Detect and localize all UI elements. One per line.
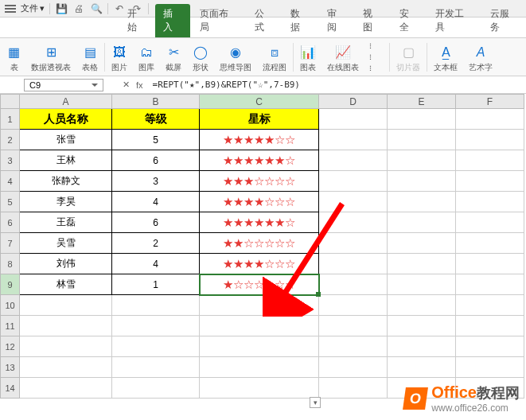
cell[interactable] <box>200 316 319 336</box>
col-head-a[interactable]: A <box>20 95 112 109</box>
cell[interactable] <box>200 295 319 316</box>
row-head-13[interactable]: 13 <box>1 357 20 378</box>
name-box[interactable]: C9 <box>24 79 103 91</box>
col-head-f[interactable]: F <box>456 95 524 109</box>
cell[interactable] <box>112 378 200 399</box>
file-menu[interactable]: 文件 ▾ <box>21 2 45 14</box>
cell[interactable] <box>456 254 524 274</box>
ribbon-picture[interactable]: 🖼图片 <box>107 40 132 75</box>
cell[interactable]: 4 <box>112 192 200 212</box>
tab-data[interactable]: 数据 <box>282 4 317 37</box>
cell[interactable] <box>388 233 456 254</box>
cell[interactable]: ★★☆☆☆☆☆ <box>200 233 319 254</box>
cell[interactable] <box>388 274 456 295</box>
tab-review[interactable]: 审阅 <box>319 4 353 37</box>
cell[interactable] <box>319 378 388 399</box>
cell[interactable]: ★★★★☆☆☆ <box>200 254 319 274</box>
col-head-b[interactable]: B <box>112 95 200 109</box>
ribbon-pivot[interactable]: ⊞数据透视表 <box>26 40 76 75</box>
cell[interactable] <box>200 357 319 378</box>
cell[interactable] <box>456 274 524 295</box>
ribbon-screenshot[interactable]: ✂截屏 <box>161 40 186 75</box>
select-all-corner[interactable] <box>1 95 20 109</box>
cell[interactable]: 张雪 <box>20 130 112 150</box>
formula-input[interactable]: =REPT("★",B9)&REPT("☆",7-B9) <box>150 79 526 91</box>
cell[interactable] <box>456 336 524 357</box>
cell[interactable] <box>319 192 388 212</box>
cell[interactable]: ★★★★★☆☆ <box>200 130 319 150</box>
cell[interactable]: 5 <box>112 130 200 150</box>
tab-view[interactable]: 视图 <box>355 4 389 37</box>
cell[interactable]: 林雪 <box>20 274 112 295</box>
row-head-6[interactable]: 6 <box>1 212 20 233</box>
cell[interactable] <box>20 316 112 336</box>
row-head-1[interactable]: 1 <box>1 109 20 130</box>
tab-security[interactable]: 安全 <box>392 4 426 37</box>
cell[interactable] <box>456 130 524 150</box>
cell[interactable] <box>319 254 388 274</box>
cell[interactable] <box>456 295 524 316</box>
hamburger-icon[interactable] <box>5 5 16 13</box>
row-head-9[interactable]: 9 <box>1 274 20 295</box>
cell[interactable] <box>388 357 456 378</box>
autofill-options-icon[interactable]: ▾ <box>310 397 321 408</box>
cell[interactable]: ★★★★★★☆ <box>200 150 319 171</box>
cell[interactable] <box>319 357 388 378</box>
cell[interactable] <box>388 254 456 274</box>
cell[interactable]: 李昊 <box>20 192 112 212</box>
cell[interactable]: 张静文 <box>20 171 112 192</box>
cell[interactable] <box>456 212 524 233</box>
cell[interactable] <box>388 130 456 150</box>
cell[interactable]: 王林 <box>20 150 112 171</box>
save-icon[interactable]: 💾 <box>55 2 68 15</box>
cell[interactable] <box>388 109 456 130</box>
cell[interactable]: ★★★☆☆☆☆ <box>200 171 319 192</box>
ribbon-flowchart[interactable]: ⧈流程图 <box>258 40 291 75</box>
cell[interactable] <box>388 295 456 316</box>
cell[interactable] <box>456 171 524 192</box>
cell[interactable] <box>319 150 388 171</box>
cell[interactable] <box>200 378 319 399</box>
cell[interactable] <box>456 192 524 212</box>
cell[interactable] <box>456 233 524 254</box>
cell[interactable] <box>456 316 524 336</box>
ribbon-onlinechart[interactable]: 📈在线图表 <box>322 40 364 75</box>
cell[interactable]: ★★★★★★☆ <box>200 212 319 233</box>
cell[interactable] <box>319 212 388 233</box>
cell[interactable] <box>456 357 524 378</box>
row-head-4[interactable]: 4 <box>1 171 20 192</box>
cell[interactable] <box>319 295 388 316</box>
cell[interactable] <box>456 109 524 130</box>
spreadsheet-grid[interactable]: A B C D E F 1人员名称等级星标2张雪5★★★★★☆☆3王林6★★★★… <box>0 94 524 399</box>
cell[interactable] <box>319 316 388 336</box>
row-head-14[interactable]: 14 <box>1 378 20 399</box>
cell[interactable]: 1 <box>112 274 200 295</box>
cell[interactable] <box>388 212 456 233</box>
ribbon-wordart[interactable]: A艺术字 <box>464 40 497 75</box>
ribbon-textbox[interactable]: A̲文本框 <box>429 40 462 75</box>
tab-pagelayout[interactable]: 页面布局 <box>192 4 245 37</box>
ribbon-shapes[interactable]: ◯形状 <box>188 40 213 75</box>
row-head-8[interactable]: 8 <box>1 254 20 274</box>
ribbon-gallery[interactable]: 🗂图库 <box>134 40 159 75</box>
ribbon-sparklines[interactable]: ⫶⫶⫶ <box>365 41 388 73</box>
cell[interactable]: 等级 <box>112 109 200 130</box>
tab-insert[interactable]: 插入 <box>155 4 189 37</box>
cell[interactable]: 王磊 <box>20 212 112 233</box>
ribbon-mindmap[interactable]: ◉思维导图 <box>215 40 256 75</box>
tab-home[interactable]: 开始 <box>119 4 154 37</box>
ribbon-slicer[interactable]: ▢切片器 <box>392 40 425 75</box>
row-head-12[interactable]: 12 <box>1 336 20 357</box>
cell[interactable] <box>319 171 388 192</box>
cell[interactable] <box>112 357 200 378</box>
ribbon-tables[interactable]: ▤表格 <box>77 40 103 75</box>
row-head-11[interactable]: 11 <box>1 316 20 336</box>
cell[interactable] <box>20 336 112 357</box>
cell[interactable] <box>112 336 200 357</box>
cell[interactable]: 刘伟 <box>20 254 112 274</box>
cell[interactable]: 星标 <box>200 109 319 130</box>
row-head-3[interactable]: 3 <box>1 150 20 171</box>
tab-devtools[interactable]: 开发工具 <box>427 4 481 37</box>
cell[interactable] <box>388 171 456 192</box>
cell[interactable] <box>319 109 388 130</box>
